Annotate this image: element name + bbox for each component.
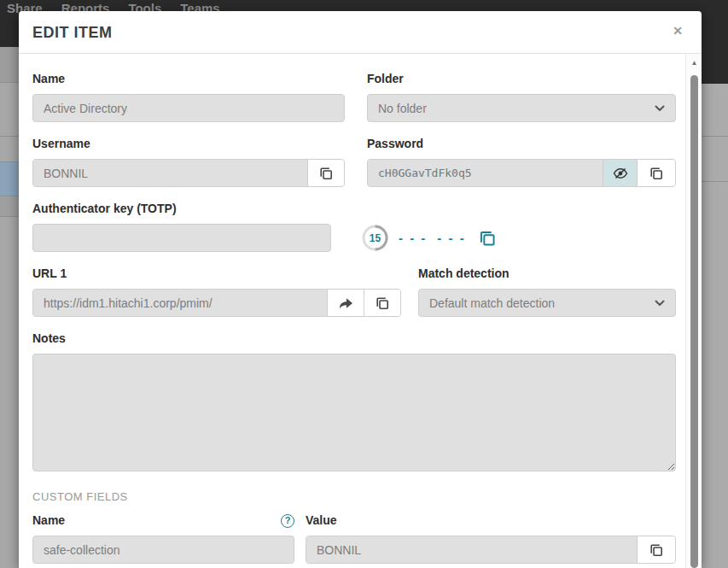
chevron-down-icon — [655, 300, 665, 307]
dialog-scrollbar[interactable]: ▲ — [685, 54, 702, 568]
launch-url-button[interactable] — [327, 290, 364, 316]
table-row — [702, 137, 728, 182]
table-row — [702, 84, 728, 137]
dialog-form: Name Folder No folder Username Password — [32, 54, 676, 564]
url1-group — [32, 289, 401, 317]
background-table-left — [0, 47, 19, 568]
name-input[interactable] — [32, 94, 345, 122]
edit-item-dialog: EDIT ITEM ✕ Name Folder No folder Us — [19, 11, 702, 568]
table-row — [0, 47, 19, 83]
eye-off-icon — [612, 165, 629, 182]
table-row — [702, 182, 728, 568]
password-input[interactable] — [368, 160, 603, 186]
background-table-right — [702, 84, 728, 568]
username-label: Username — [32, 137, 345, 151]
chevron-down-icon — [655, 105, 665, 112]
custom-field-value-group — [306, 536, 676, 564]
scrollbar-thumb[interactable] — [690, 75, 698, 568]
copy-username-button[interactable] — [307, 160, 344, 186]
totp-code-group-2: - - - — [437, 231, 465, 245]
table-row — [0, 83, 19, 137]
match-detection-selected-value: Default match detection — [429, 296, 555, 310]
notes-textarea[interactable] — [32, 354, 676, 471]
totp-code-group-1: - - - — [399, 231, 427, 245]
custom-field-value-input[interactable] — [306, 536, 637, 563]
close-icon[interactable]: ✕ — [673, 25, 683, 37]
table-row — [0, 137, 19, 162]
table-row-selected — [0, 162, 19, 196]
dialog-header: EDIT ITEM ✕ — [19, 11, 702, 54]
totp-label: Authenticator key (TOTP) — [32, 202, 676, 216]
password-label: Password — [367, 137, 676, 151]
match-detection-select[interactable]: Default match detection — [418, 289, 676, 317]
toggle-password-visibility-button[interactable] — [603, 160, 637, 186]
copy-icon — [649, 542, 664, 558]
table-row — [0, 217, 19, 568]
copy-custom-field-button[interactable] — [637, 536, 675, 563]
folder-select[interactable]: No folder — [367, 94, 676, 122]
scroll-up-icon[interactable]: ▲ — [686, 59, 702, 67]
copy-url-button[interactable] — [364, 290, 400, 316]
match-detection-label: Match detection — [418, 266, 676, 281]
custom-field-name-label: Name — [32, 513, 65, 528]
app-root: Share Reports Tools Teams EDIT ITEM ✕ Na… — [0, 0, 728, 568]
copy-icon — [478, 229, 497, 248]
totp-countdown: 15 — [362, 225, 388, 251]
copy-icon — [318, 166, 334, 181]
copy-totp-button[interactable] — [476, 229, 498, 248]
folder-selected-value: No folder — [378, 102, 427, 115]
dialog-title: EDIT ITEM — [32, 24, 113, 42]
custom-field-name-input[interactable] — [32, 536, 294, 564]
url1-label: URL 1 — [32, 266, 401, 281]
notes-label: Notes — [32, 331, 676, 346]
table-row — [0, 196, 19, 217]
username-group — [32, 159, 345, 187]
totp-key-input[interactable] — [32, 224, 331, 252]
folder-label: Folder — [367, 72, 676, 86]
launch-arrow-icon — [337, 296, 354, 311]
copy-icon — [375, 296, 390, 311]
url1-input[interactable] — [33, 290, 327, 316]
custom-field-value-label: Value — [306, 513, 676, 528]
background-header-right — [702, 0, 728, 84]
custom-fields-header: CUSTOM FIELDS — [32, 490, 676, 503]
copy-icon — [649, 166, 664, 181]
username-input[interactable] — [33, 160, 307, 186]
help-icon[interactable]: ? — [281, 514, 294, 528]
totp-seconds: 15 — [362, 225, 388, 251]
totp-code-widget: 15 - - - - - - — [362, 225, 498, 251]
password-group — [367, 159, 676, 187]
copy-password-button[interactable] — [637, 160, 675, 186]
name-label: Name — [32, 72, 345, 86]
